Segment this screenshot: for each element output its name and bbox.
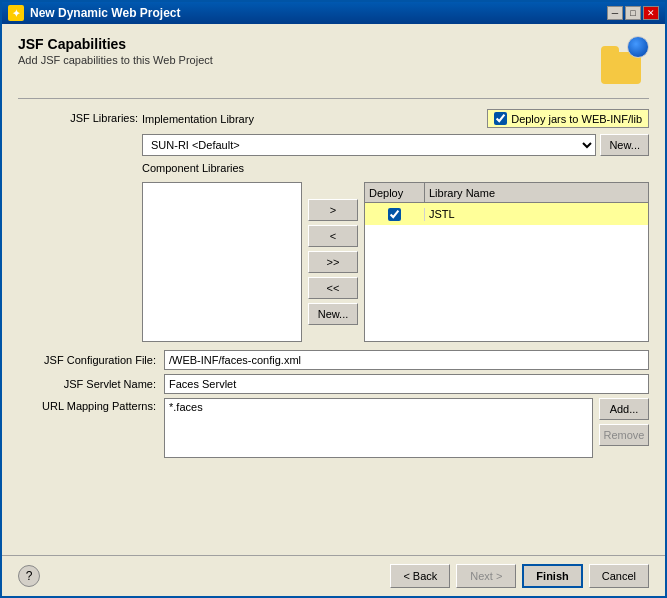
new-component-button[interactable]: New... — [308, 303, 358, 325]
minimize-button[interactable]: ─ — [607, 6, 623, 20]
move-right-button[interactable]: > — [308, 199, 358, 221]
header-icon — [601, 36, 649, 84]
title-bar-buttons: ─ □ ✕ — [607, 6, 659, 20]
maximize-button[interactable]: □ — [625, 6, 641, 20]
bottom-bar: ? < Back Next > Finish Cancel — [2, 555, 665, 596]
page-subtitle: Add JSF capabilities to this Web Project — [18, 54, 213, 66]
url-mapping-row: URL Mapping Patterns: *.faces Add... Rem… — [18, 398, 649, 458]
window-icon: ✦ — [8, 5, 24, 21]
jsf-libraries-area: JSF Libraries: Implementation Library De… — [18, 109, 649, 342]
arrow-buttons: > < >> << New... — [308, 182, 358, 342]
help-button[interactable]: ? — [18, 565, 40, 587]
content-area: JSF Capabilities Add JSF capabilities to… — [2, 24, 665, 555]
move-all-left-button[interactable]: << — [308, 277, 358, 299]
header-text: JSF Capabilities Add JSF capabilities to… — [18, 36, 213, 66]
table-cell-library: JSTL — [425, 208, 648, 220]
jsf-libraries-content: Implementation Library Deploy jars to WE… — [142, 109, 649, 342]
deploy-checkbox-container: Deploy jars to WEB-INF/lib — [487, 109, 649, 128]
back-button[interactable]: < Back — [390, 564, 450, 588]
servlet-name-row: JSF Servlet Name: — [18, 374, 649, 394]
left-list[interactable] — [142, 182, 302, 342]
table-header-deploy: Deploy — [365, 183, 425, 202]
deploy-label: Deploy jars to WEB-INF/lib — [511, 113, 642, 125]
next-button[interactable]: Next > — [456, 564, 516, 588]
jsf-libraries-label: JSF Libraries: — [70, 110, 138, 124]
config-file-label: JSF Configuration File: — [18, 354, 156, 366]
deploy-checkbox[interactable] — [494, 112, 507, 125]
url-mapping-label: URL Mapping Patterns: — [18, 398, 156, 412]
title-bar-left: ✦ New Dynamic Web Project — [8, 5, 181, 21]
table-header: Deploy Library Name — [365, 183, 648, 203]
config-file-row: JSF Configuration File: — [18, 350, 649, 370]
header-section: JSF Capabilities Add JSF capabilities to… — [18, 36, 649, 84]
move-all-right-button[interactable]: >> — [308, 251, 358, 273]
finish-button[interactable]: Finish — [522, 564, 582, 588]
move-left-button[interactable]: < — [308, 225, 358, 247]
window-title: New Dynamic Web Project — [30, 6, 181, 20]
config-file-input[interactable] — [164, 350, 649, 370]
component-section: > < >> << New... Deploy Library Name — [142, 182, 649, 342]
implementation-library-dropdown[interactable]: SUN-RI <Default> — [142, 134, 596, 156]
close-button[interactable]: ✕ — [643, 6, 659, 20]
list-item: *.faces — [165, 399, 592, 415]
url-mapping-right: *.faces Add... Remove — [164, 398, 649, 458]
jsf-libraries-label-col: JSF Libraries: — [18, 109, 138, 342]
divider — [18, 98, 649, 99]
implementation-library-label: Implementation Library — [142, 113, 254, 125]
component-libraries-label: Component Libraries — [142, 162, 649, 174]
new-impl-button[interactable]: New... — [600, 134, 649, 156]
component-table: Deploy Library Name JSTL — [364, 182, 649, 342]
table-header-library: Library Name — [425, 183, 648, 202]
globe-icon — [627, 36, 649, 58]
lib-top-row: Implementation Library Deploy jars to WE… — [142, 109, 649, 128]
row-deploy-checkbox[interactable] — [388, 208, 401, 221]
main-window: ✦ New Dynamic Web Project ─ □ ✕ JSF Capa… — [0, 0, 667, 598]
table-row[interactable]: JSTL — [365, 203, 648, 225]
servlet-name-label: JSF Servlet Name: — [18, 378, 156, 390]
impl-dropdown-row: SUN-RI <Default> New... — [142, 134, 649, 156]
cancel-button[interactable]: Cancel — [589, 564, 649, 588]
url-mapping-list[interactable]: *.faces — [164, 398, 593, 458]
url-action-buttons: Add... Remove — [599, 398, 649, 458]
add-url-button[interactable]: Add... — [599, 398, 649, 420]
title-bar: ✦ New Dynamic Web Project ─ □ ✕ — [2, 2, 665, 24]
fields-section: JSF Configuration File: JSF Servlet Name… — [18, 350, 649, 458]
page-title: JSF Capabilities — [18, 36, 213, 52]
table-cell-deploy — [365, 208, 425, 221]
servlet-name-input[interactable] — [164, 374, 649, 394]
remove-url-button[interactable]: Remove — [599, 424, 649, 446]
